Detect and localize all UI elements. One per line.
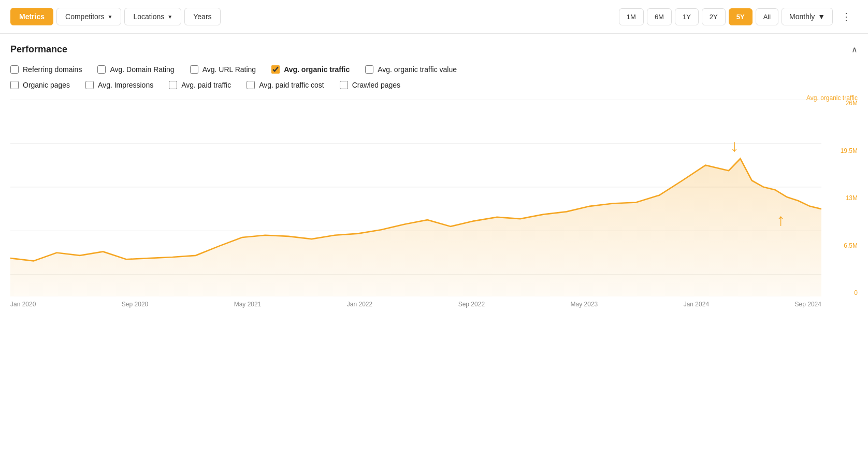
section-header: Performance ∧ (10, 44, 858, 55)
time-6m-button[interactable]: 6M (647, 8, 672, 25)
avg-paid-traffic-checkbox[interactable] (169, 81, 177, 89)
x-label-sep2020: Sep 2020 (122, 301, 148, 308)
checkbox-organic-pages[interactable]: Organic pages (10, 81, 70, 89)
checkbox-crawled-pages[interactable]: Crawled pages (340, 81, 400, 89)
y-label-6-5m: 6.5M (832, 242, 858, 249)
avg-organic-traffic-checkbox[interactable] (271, 65, 280, 74)
x-label-jan2020: Jan 2020 (10, 301, 36, 308)
time-all-button[interactable]: All (756, 8, 778, 25)
checkbox-group: Referring domains Avg. Domain Rating Avg… (10, 65, 858, 89)
avg-domain-rating-checkbox[interactable] (97, 65, 106, 74)
crawled-pages-checkbox[interactable] (340, 81, 348, 89)
competitors-caret-icon: ▼ (108, 14, 113, 20)
performance-section: Performance ∧ Referring domains Avg. Dom… (0, 34, 868, 322)
locations-button[interactable]: Locations ▼ (124, 8, 181, 25)
monthly-button[interactable]: Monthly ▼ (782, 8, 833, 25)
chart-area-fill (10, 159, 821, 296)
time-2y-button[interactable]: 2Y (702, 8, 726, 25)
time-1y-button[interactable]: 1Y (675, 8, 699, 25)
checkbox-avg-url-rating[interactable]: Avg. URL Rating (190, 65, 256, 74)
x-label-may2023: May 2023 (571, 301, 598, 308)
locations-caret-icon: ▼ (167, 14, 172, 20)
chart-container: ↓ ↑ 26M 19.5M 13M 6.5M 0 (10, 100, 858, 296)
y-label-19-5m: 19.5M (832, 147, 858, 154)
chart-svg: ↓ ↑ (10, 100, 821, 296)
x-label-jan2024: Jan 2024 (684, 301, 709, 308)
arrow-down-icon: ↓ (730, 136, 739, 155)
avg-url-rating-checkbox[interactable] (190, 65, 198, 74)
avg-paid-traffic-cost-checkbox[interactable] (247, 81, 255, 89)
years-button[interactable]: Years (184, 8, 220, 25)
left-nav: Metrics Competitors ▼ Locations ▼ Years (10, 8, 221, 25)
y-label-0: 0 (832, 289, 858, 296)
right-controls: 1M 6M 1Y 2Y 5Y All Monthly ▼ ⋮ (619, 6, 858, 27)
time-5y-button[interactable]: 5Y (729, 8, 753, 25)
top-bar: Metrics Competitors ▼ Locations ▼ Years … (0, 0, 868, 34)
x-label-jan2022: Jan 2022 (347, 301, 372, 308)
checkbox-avg-paid-traffic-cost[interactable]: Avg. paid traffic cost (247, 81, 324, 89)
x-label-sep2022: Sep 2022 (458, 301, 485, 308)
competitors-button[interactable]: Competitors ▼ (56, 8, 121, 25)
monthly-caret-icon: ▼ (818, 12, 825, 21)
referring-domains-checkbox[interactable] (10, 65, 19, 74)
time-1m-button[interactable]: 1M (619, 8, 644, 25)
chart-area: Avg. organic traffic (10, 100, 858, 322)
x-label-sep2024: Sep 2024 (795, 301, 821, 308)
y-axis-labels: 26M 19.5M 13M 6.5M 0 (827, 100, 858, 296)
x-label-may2021: May 2021 (234, 301, 262, 308)
arrow-up-icon: ↑ (776, 210, 785, 229)
checkbox-row-2: Organic pages Avg. Impressions Avg. paid… (10, 81, 858, 89)
checkbox-avg-paid-traffic[interactable]: Avg. paid traffic (169, 81, 231, 89)
checkbox-avg-organic-traffic[interactable]: Avg. organic traffic (271, 65, 350, 74)
y-label-13m: 13M (832, 194, 858, 202)
organic-pages-checkbox[interactable] (10, 81, 19, 89)
checkbox-avg-organic-traffic-value[interactable]: Avg. organic traffic value (365, 65, 457, 74)
checkbox-referring-domains[interactable]: Referring domains (10, 65, 82, 74)
more-options-button[interactable]: ⋮ (836, 6, 858, 27)
chart-svg-wrapper: ↓ ↑ (10, 100, 821, 296)
x-axis-labels: Jan 2020 Sep 2020 May 2021 Jan 2022 Sep … (10, 296, 858, 308)
avg-impressions-checkbox[interactable] (85, 81, 94, 89)
series-label: Avg. organic traffic (806, 94, 858, 102)
checkbox-avg-domain-rating[interactable]: Avg. Domain Rating (97, 65, 174, 74)
avg-organic-traffic-value-checkbox[interactable] (365, 65, 373, 74)
section-title: Performance (10, 44, 67, 55)
metrics-button[interactable]: Metrics (10, 8, 53, 25)
checkbox-avg-impressions[interactable]: Avg. Impressions (85, 81, 153, 89)
collapse-button[interactable]: ∧ (851, 45, 858, 54)
checkbox-row-1: Referring domains Avg. Domain Rating Avg… (10, 65, 858, 74)
